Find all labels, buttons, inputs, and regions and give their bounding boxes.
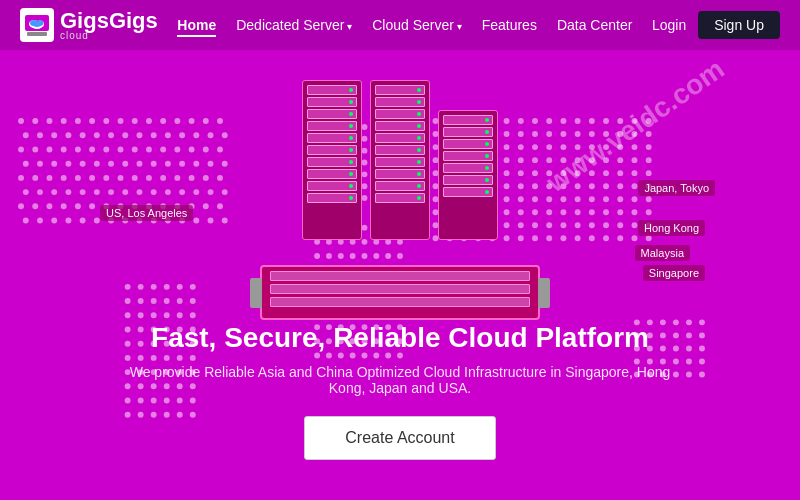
login-button[interactable]: Login [652, 17, 686, 33]
svg-point-44 [89, 147, 95, 153]
svg-point-407 [632, 170, 638, 176]
svg-point-88 [80, 189, 86, 195]
svg-point-59 [94, 161, 100, 167]
svg-point-373 [603, 144, 609, 150]
svg-point-119 [94, 218, 100, 224]
svg-point-488 [646, 235, 652, 241]
su [375, 145, 425, 155]
nav-cloud[interactable]: Cloud Server [372, 17, 461, 33]
svg-point-61 [122, 161, 128, 167]
nav-features[interactable]: Features [482, 17, 537, 33]
svg-point-374 [617, 144, 623, 150]
svg-point-342 [617, 118, 623, 124]
svg-point-422 [617, 183, 623, 189]
svg-point-470 [617, 222, 623, 228]
svg-point-138 [164, 298, 170, 304]
svg-point-423 [632, 183, 638, 189]
svg-point-25 [37, 132, 43, 138]
su [375, 193, 425, 203]
svg-point-9 [18, 118, 24, 124]
svg-point-35 [179, 132, 185, 138]
svg-point-22 [203, 118, 209, 124]
svg-point-21 [189, 118, 195, 124]
nav-dedicated[interactable]: Dedicated Server [236, 17, 352, 33]
svg-point-133 [177, 284, 183, 290]
svg-point-89 [94, 189, 100, 195]
svg-point-34 [165, 132, 171, 138]
svg-point-356 [589, 131, 595, 137]
svg-point-45 [103, 147, 109, 153]
svg-point-343 [632, 118, 638, 124]
server-tower-1 [302, 80, 362, 240]
svg-point-145 [177, 312, 183, 318]
signup-button[interactable]: Sign Up [698, 11, 780, 39]
svg-point-140 [190, 298, 196, 304]
svg-point-455 [632, 209, 638, 215]
su [443, 115, 493, 125]
svg-point-63 [151, 161, 157, 167]
rack-handle-left [250, 278, 262, 308]
svg-point-40 [32, 147, 38, 153]
location-la: US, Los Angeles [100, 205, 193, 221]
svg-point-10 [32, 118, 38, 124]
svg-point-408 [646, 170, 652, 176]
hero-title: Fast, Secure, Reliable Cloud Platform [120, 322, 680, 354]
su [307, 193, 357, 203]
svg-point-99 [18, 203, 24, 209]
svg-point-11 [47, 118, 53, 124]
nav-right: Login Sign Up [652, 11, 780, 39]
svg-point-141 [125, 312, 131, 318]
svg-point-74 [89, 175, 95, 181]
svg-point-85 [37, 189, 43, 195]
su [375, 109, 425, 119]
svg-point-93 [151, 189, 157, 195]
svg-point-388 [589, 157, 595, 163]
svg-point-27 [65, 132, 71, 138]
su [443, 187, 493, 197]
nav-home[interactable]: Home [177, 17, 216, 37]
svg-point-452 [589, 209, 595, 215]
svg-point-94 [165, 189, 171, 195]
svg-point-54 [23, 161, 29, 167]
location-tokyo: Japan, Tokyo [638, 180, 715, 196]
svg-point-43 [75, 147, 81, 153]
svg-point-115 [37, 218, 43, 224]
svg-point-52 [203, 147, 209, 153]
svg-point-137 [151, 298, 157, 304]
svg-point-60 [108, 161, 114, 167]
create-account-button[interactable]: Create Account [304, 416, 495, 460]
svg-point-453 [603, 209, 609, 215]
svg-point-454 [617, 209, 623, 215]
svg-point-341 [603, 118, 609, 124]
svg-point-77 [132, 175, 138, 181]
svg-point-29 [94, 132, 100, 138]
su [375, 121, 425, 131]
location-malaysia: Malaysia [635, 245, 690, 261]
svg-point-49 [160, 147, 166, 153]
svg-point-392 [646, 157, 652, 163]
logo[interactable]: GigsGigs cloud [20, 8, 158, 42]
su [307, 181, 357, 191]
nav-datacenter[interactable]: Data Center [557, 17, 632, 33]
svg-point-340 [589, 118, 595, 124]
rack-server [260, 265, 540, 320]
svg-point-118 [80, 218, 86, 224]
su [443, 127, 493, 137]
svg-point-17 [132, 118, 138, 124]
su [307, 121, 357, 131]
su [307, 85, 357, 95]
svg-point-485 [603, 235, 609, 241]
svg-point-436 [589, 196, 595, 202]
svg-point-48 [146, 147, 152, 153]
svg-point-58 [80, 161, 86, 167]
su [375, 169, 425, 179]
svg-point-143 [151, 312, 157, 318]
svg-point-96 [193, 189, 199, 195]
svg-point-391 [632, 157, 638, 163]
svg-point-20 [174, 118, 180, 124]
svg-point-36 [193, 132, 199, 138]
svg-point-15 [103, 118, 109, 124]
svg-point-41 [47, 147, 53, 153]
svg-point-114 [23, 218, 29, 224]
svg-point-420 [589, 183, 595, 189]
